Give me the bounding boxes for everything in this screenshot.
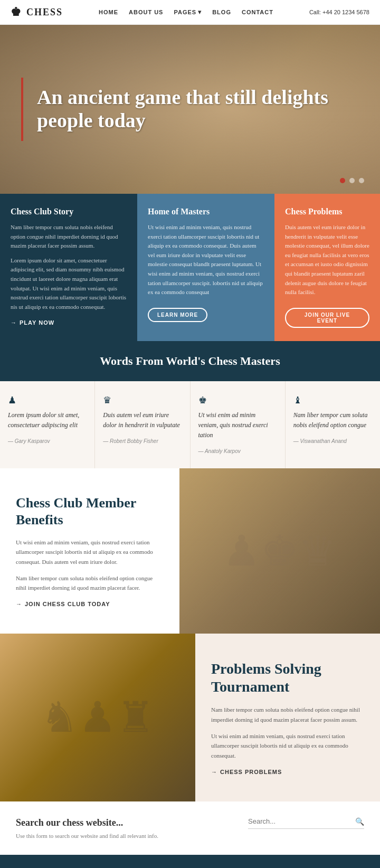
card-story: Chess Club Story Nam liber tempor cum so…	[0, 194, 137, 341]
search-subtitle: Use this form to search our website and …	[16, 833, 227, 839]
chess-piece-icon-2: ♛	[103, 394, 182, 406]
logo[interactable]: ♚ CHESS	[11, 5, 63, 19]
nav-blog[interactable]: BLOG	[212, 9, 231, 15]
chess-problems-link[interactable]: → CHESS PROBLEMS	[211, 769, 364, 775]
hero-dot-2[interactable]	[349, 178, 355, 183]
benefits-title: Chess Club Member Benefits	[16, 495, 164, 527]
benefits-para1: Ut wisi enim ad minim veniam, quis nostr…	[16, 537, 164, 567]
card-problems-para: Duis autem vel eum iriure dolor in hendr…	[285, 223, 369, 297]
join-event-button[interactable]: JOIN OUR LIVE EVENT	[285, 308, 369, 328]
testimonials-header: Words From World's Chess Masters	[0, 341, 380, 381]
arrow-icon: →	[11, 319, 17, 326]
arrow-icon: →	[16, 601, 22, 607]
tournament-section: ♞♟♜ Problems Solving Tournament Nam libe…	[0, 634, 380, 801]
search-input[interactable]	[248, 817, 355, 825]
arrow-icon: →	[211, 769, 217, 775]
search-text: Search our chess website... Use this for…	[16, 817, 227, 839]
testimonial-author-4: — Viswanathan Anand	[293, 438, 347, 444]
testimonials-heading: Words From World's Chess Masters	[13, 354, 367, 368]
benefits-image-overlay: ♟♚♛	[179, 468, 380, 634]
play-now-link[interactable]: → PLAY NOW	[11, 319, 127, 326]
search-title: Search our chess website...	[16, 817, 227, 828]
logo-text: CHESS	[26, 7, 63, 18]
testimonial-text-1: Lorem ipsum dolor sit amet, consectetuer…	[8, 410, 87, 430]
testimonial-2: ♛ Duis autem vel eum iriure dolor in hen…	[95, 381, 190, 469]
chevron-down-icon: ▾	[198, 8, 202, 16]
testimonial-text-2: Duis autem vel eum iriure dolor in hendr…	[103, 410, 182, 430]
join-club-label: JOIN CHESS CLUB TODAY	[25, 601, 110, 607]
chess-piece-icon-1: ♟	[8, 394, 87, 406]
testimonial-text-4: Nam liber tempor cum soluta nobis eleife…	[293, 410, 372, 430]
nav-pages-link[interactable]: PAGES	[174, 9, 196, 15]
card-story-para2: Lorem ipsum dolor sit amet, consectetuer…	[11, 256, 127, 312]
card-story-title: Chess Club Story	[11, 207, 127, 216]
tournament-para1: Nam liber tempor cum soluta nobis eleife…	[211, 705, 364, 724]
testimonial-1: ♟ Lorem ipsum dolor sit amet, consectetu…	[0, 381, 95, 469]
hero-title: An ancient game that still delights peop…	[37, 86, 354, 132]
tournament-title: Problems Solving Tournament	[211, 660, 364, 695]
benefits-para2: Nam liber tempor cum soluta nobis eleife…	[16, 573, 164, 593]
play-now-label: PLAY NOW	[20, 319, 54, 326]
testimonial-author-1: — Gary Kasparov	[8, 438, 50, 444]
hero-dot-1[interactable]	[340, 178, 345, 183]
testimonial-4: ♝ Nam liber tempor cum soluta nobis elei…	[286, 381, 380, 469]
header: ♚ CHESS HOME ABOUT US PAGES ▾ BLOG CONTA…	[0, 0, 380, 25]
tournament-content: Problems Solving Tournament Nam liber te…	[195, 634, 380, 801]
testimonial-author-3: — Anatoly Karpov	[198, 448, 241, 454]
benefits-content: Chess Club Member Benefits Ut wisi enim …	[0, 468, 179, 634]
nav-home[interactable]: HOME	[99, 9, 118, 15]
header-call: Call: +44 20 1234 5678	[309, 9, 369, 15]
footer: ADDRESS 123 Lorem Ipsum str. Paddington …	[0, 855, 380, 868]
benefits-image: ♟♚♛	[179, 468, 380, 634]
hero-section: An ancient game that still delights peop…	[0, 25, 380, 194]
card-problems: Chess Problems Duis autem vel eum iriure…	[274, 194, 380, 341]
search-box: 🔍	[248, 817, 364, 829]
testimonial-3: ♚ Ut wisi enim ad minim veniam, quis nos…	[191, 381, 286, 469]
join-club-link[interactable]: → JOIN CHESS CLUB TODAY	[16, 601, 164, 607]
search-button[interactable]: 🔍	[355, 817, 364, 826]
chess-piece-icon-4: ♝	[293, 394, 372, 406]
card-story-para1: Nam liber tempor cum soluta nobis eleife…	[11, 223, 127, 251]
nav-pages[interactable]: PAGES ▾	[174, 8, 202, 16]
card-problems-title: Chess Problems	[285, 207, 369, 216]
nav-about[interactable]: ABOUT US	[129, 9, 163, 15]
learn-more-button[interactable]: LEARN MORE	[148, 308, 207, 322]
tournament-para2: Ut wisi enim ad minim veniam, quis nostr…	[211, 731, 364, 761]
tournament-link-label: CHESS PROBLEMS	[220, 769, 282, 775]
hero-dots	[340, 178, 364, 183]
nav-contact[interactable]: CONTACT	[242, 9, 273, 15]
testimonial-text-3: Ut wisi enim ad minim veniam, quis nostr…	[198, 410, 277, 441]
hero-dot-3[interactable]	[359, 178, 364, 183]
info-cards-section: Chess Club Story Nam liber tempor cum so…	[0, 194, 380, 341]
search-section: Search our chess website... Use this for…	[0, 801, 380, 855]
testimonials-section: Words From World's Chess Masters ♟ Lorem…	[0, 341, 380, 469]
benefits-section: Chess Club Member Benefits Ut wisi enim …	[0, 468, 380, 634]
card-masters-para: Ut wisi enim ad minim veniam, quis nostr…	[148, 223, 264, 297]
tournament-image: ♞♟♜	[0, 634, 195, 801]
testimonials-grid: ♟ Lorem ipsum dolor sit amet, consectetu…	[0, 381, 380, 469]
main-nav: HOME ABOUT US PAGES ▾ BLOG CONTACT	[99, 8, 273, 16]
search-icon: 🔍	[355, 817, 364, 826]
logo-icon: ♚	[11, 5, 22, 19]
testimonial-author-2: — Robert Bobby Fisher	[103, 438, 158, 444]
card-masters: Home of Masters Ut wisi enim ad minim ve…	[137, 194, 274, 341]
card-masters-title: Home of Masters	[148, 207, 264, 216]
chess-piece-icon-3: ♚	[198, 394, 277, 406]
hero-content: An ancient game that still delights peop…	[0, 65, 380, 153]
tournament-image-overlay: ♞♟♜	[0, 634, 195, 801]
